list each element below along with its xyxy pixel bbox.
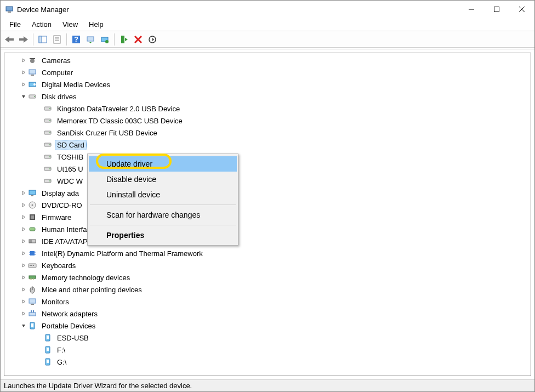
expand-icon[interactable] — [20, 287, 27, 292]
svg-rect-61 — [30, 265, 31, 266]
tree-row[interactable]: Intel(R) Dynamic Platform and Thermal Fr… — [4, 247, 531, 259]
app-icon — [5, 5, 14, 14]
svg-rect-45 — [29, 190, 36, 195]
context-menu-item-properties[interactable]: Properties — [89, 228, 237, 243]
svg-point-48 — [32, 204, 33, 206]
tree-row[interactable]: Digital Media Devices — [4, 78, 531, 90]
expand-icon[interactable] — [20, 70, 27, 75]
expand-icon[interactable] — [20, 263, 27, 268]
tree-item-label: G:\ — [55, 357, 69, 367]
svg-rect-65 — [30, 279, 31, 280]
menu-action[interactable]: Action — [26, 19, 57, 30]
menu-help[interactable]: Help — [83, 19, 109, 30]
tree-item-label: Memorex TD Classic 003C USB Device — [55, 116, 185, 126]
enable-device-button[interactable] — [117, 33, 130, 46]
tree-item-label: Cameras — [39, 55, 73, 66]
menu-file[interactable]: File — [4, 19, 26, 30]
show-hide-console-tree-button[interactable] — [36, 33, 49, 46]
tree-row[interactable]: SD Card — [4, 139, 531, 151]
expand-icon[interactable] — [20, 214, 27, 220]
context-menu-separator — [90, 204, 236, 205]
tree-row[interactable]: Cameras — [4, 54, 531, 66]
tree-row[interactable]: ESD-USB — [4, 332, 531, 344]
minimize-button[interactable] — [459, 1, 484, 18]
tree-row[interactable]: DVD/CD-RO — [4, 199, 531, 211]
svg-rect-26 — [31, 75, 34, 76]
portable-icon — [43, 333, 53, 343]
svg-rect-46 — [31, 195, 33, 196]
tree-row[interactable]: WDC W — [4, 175, 531, 187]
context-menu-item-disable-device[interactable]: Disable device — [89, 172, 237, 187]
svg-rect-67 — [33, 279, 34, 280]
expand-icon[interactable] — [20, 82, 27, 87]
scan-hardware-button[interactable] — [84, 33, 97, 46]
tree-item-label: SanDisk Cruzer Fit USB Device — [55, 128, 160, 138]
tree-item-label: Ut165 U — [55, 164, 86, 174]
toolbar-separator — [66, 33, 67, 46]
expand-icon[interactable] — [20, 299, 27, 304]
tree-row[interactable]: TOSHIB — [4, 151, 531, 163]
svg-point-34 — [49, 120, 50, 121]
tree-row[interactable]: Disk drives — [4, 90, 531, 103]
tree-row[interactable]: SanDisk Cruzer Fit USB Device — [4, 127, 531, 139]
device-tree[interactable]: CamerasComputerDigital Media DevicesDisk… — [4, 53, 531, 376]
expand-icon[interactable] — [20, 58, 27, 63]
menu-view[interactable]: View — [57, 19, 83, 30]
uninstall-device-button[interactable] — [132, 33, 145, 46]
tree-row[interactable]: Keyboards — [4, 259, 531, 271]
expand-icon[interactable] — [20, 311, 27, 316]
memory-icon — [27, 272, 37, 282]
disk-icon — [43, 164, 53, 174]
expand-icon[interactable] — [20, 226, 27, 232]
maximize-button[interactable] — [484, 1, 509, 18]
tree-row[interactable]: Memory technology devices — [4, 271, 531, 283]
tree-row[interactable]: Portable Devices — [4, 320, 531, 332]
svg-rect-64 — [29, 276, 36, 279]
tree-row[interactable]: Mice and other pointing devices — [4, 283, 531, 296]
expand-icon[interactable] — [20, 190, 27, 196]
disable-device-button[interactable] — [146, 33, 159, 46]
tree-row[interactable]: G:\ — [4, 356, 531, 368]
expand-icon[interactable] — [20, 275, 27, 280]
tree-row[interactable]: Memorex TD Classic 003C USB Device — [4, 115, 531, 127]
tree-row[interactable]: Computer — [4, 66, 531, 78]
update-driver-button[interactable] — [98, 33, 111, 46]
tree-row[interactable]: Kingston DataTraveler 2.0 USB Device — [4, 103, 531, 115]
toolbar-separator — [33, 33, 33, 46]
tree-row[interactable]: IDE ATA/ATAPI controllers — [4, 235, 531, 247]
tree-row[interactable]: F:\ — [4, 344, 531, 356]
svg-rect-16 — [87, 37, 94, 41]
ide-icon — [27, 236, 37, 246]
tree-row[interactable]: Display ada — [4, 187, 531, 199]
context-menu-item-uninstall-device[interactable]: Uninstall device — [89, 187, 237, 202]
context-menu-item-scan-for-hardware-changes[interactable]: Scan for hardware changes — [89, 207, 237, 223]
close-button[interactable] — [509, 1, 534, 18]
back-button[interactable] — [3, 33, 16, 46]
properties-button[interactable] — [50, 33, 64, 46]
svg-point-40 — [49, 156, 50, 157]
tree-row[interactable]: Monitors — [4, 296, 531, 308]
svg-rect-19 — [121, 36, 124, 43]
tree-row[interactable]: Network adapters — [4, 308, 531, 320]
collapse-icon[interactable] — [20, 94, 27, 99]
svg-rect-25 — [29, 70, 36, 74]
tree-row[interactable]: Firmware — [4, 211, 531, 223]
forward-button[interactable] — [17, 33, 30, 46]
expand-icon[interactable] — [20, 251, 27, 256]
svg-rect-71 — [31, 304, 34, 305]
collapse-icon[interactable] — [20, 323, 27, 328]
tree-row[interactable]: Ut165 U — [4, 163, 531, 175]
svg-rect-24 — [30, 58, 35, 59]
keyboard-icon — [27, 260, 37, 270]
svg-point-44 — [49, 180, 50, 181]
menu-bar: File Action View Help — [1, 18, 534, 31]
svg-rect-6 — [9, 38, 14, 41]
tree-row[interactable]: Human Interface Devices — [4, 223, 531, 235]
tree-item-label: Kingston DataTraveler 2.0 USB Device — [55, 104, 182, 114]
context-menu-item-update-driver[interactable]: Update driver — [89, 156, 237, 172]
svg-rect-74 — [33, 310, 34, 313]
disk-icon — [43, 140, 53, 150]
help-button[interactable]: ? — [70, 33, 83, 46]
expand-icon[interactable] — [20, 238, 27, 244]
expand-icon[interactable] — [20, 202, 27, 208]
